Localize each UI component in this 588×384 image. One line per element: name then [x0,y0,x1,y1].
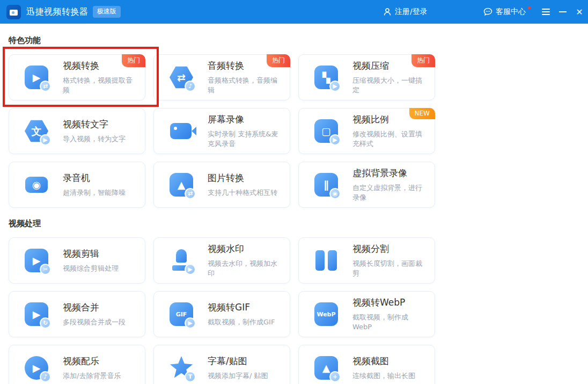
video-processing-grid: ▶ ✂ 视频剪辑 视频综合剪辑处理 ▶ 视频水印 视频去水印，视频加水印 视频分… [9,237,579,384]
card-subtitle: 添加/去除背景音乐 [63,371,121,381]
video-compress-icon: ▚ ▶ [313,64,339,90]
hamburger-menu-icon[interactable] [540,0,552,24]
section-title-featured: 特色功能 [9,24,579,46]
login-label: 注册/登录 [395,7,428,17]
feature-card[interactable]: ▲ + 视频截图 连续截图，输出长图 [298,345,435,384]
screen-record-icon [168,118,194,144]
feature-card[interactable]: 屏幕录像 实时录制 支持系统&麦克风录音 [153,108,290,154]
aspect-ratio-icon: ▢ ▶ [313,118,339,144]
icon-mini-badge: ✂ [40,264,51,275]
card-subtitle: 格式转换，视频提取音频 [63,76,137,95]
image-convert-icon: ▲ ⇄ [168,172,194,198]
voice-recorder-icon: ◉ [24,172,49,198]
app-logo-camera-icon [6,5,21,19]
card-subtitle: 修改视频比例、设置填充样式 [352,129,427,148]
card-title: 视频合并 [63,301,126,314]
feature-card[interactable]: ▶ ↻ 视频合并 多段视频合并成一段 [9,291,145,337]
card-title: 视频配乐 [63,355,121,367]
feature-card[interactable]: T 字幕/贴图 视频添加字幕/ 贴图 [153,345,290,384]
video-to-gif-icon: GIF ▶ [168,301,194,327]
icon-mini-badge: ◉ [329,188,341,199]
video-music-icon: ▶ ♪ [24,355,49,381]
card-subtitle: 多段视频合并成一段 [63,317,126,327]
video-screenshot-icon: ▲ + [313,355,339,381]
icon-mini-badge: ▶ [329,134,341,146]
card-subtitle: 视频长度切割，画面裁剪 [352,259,427,278]
icon-mini-badge: ♪ [185,81,196,92]
edition-badge: 极速版 [93,6,121,18]
card-subtitle: 视频综合剪辑处理 [63,264,119,273]
support-label: 客服中心 [496,7,526,17]
close-icon[interactable]: ✕ [573,0,586,24]
card-title: 视频剪辑 [63,248,119,260]
corner-badge: NEW [409,108,435,119]
feature-card[interactable]: ∥ ◉ 虚拟背景录像 自定义虚拟背景，进行录像 [298,162,435,208]
feature-card[interactable]: ▶ ✂ 视频剪辑 视频综合剪辑处理 [9,237,145,284]
feature-card[interactable]: ⇄ ♪ 音频转换 音频格式转换，音频编辑 热门 [153,54,290,100]
card-title: 视频截图 [352,355,415,367]
card-title: 视频水印 [208,243,282,255]
card-title: 字幕/贴图 [208,355,268,367]
card-title: 图片转换 [208,172,277,184]
icon-mini-badge: + [329,371,341,382]
video-watermark-icon: ▶ [168,248,194,273]
corner-badge: 热门 [411,54,435,67]
video-to-webp-icon: WebP [313,301,339,327]
app-title: 迅捷视频转换器 [26,6,89,18]
icon-mini-badge: ▶ [185,317,196,329]
support-center-button[interactable]: 客服中心 [483,0,531,24]
feature-card[interactable]: ▶ ⇄ 视频转换 格式转换，视频提取音频 热门 [9,54,145,100]
card-subtitle: 支持几十种格式相互转 [208,188,277,198]
card-subtitle: 超清录制，智能降噪 [63,188,126,198]
section-title-video-processing: 视频处理 [9,208,579,229]
card-title: 视频转WebP [352,296,427,309]
featured-grid: ▶ ⇄ 视频转换 格式转换，视频提取音频 热门 ⇄ ♪ 音频转换 音频格式转换，… [9,54,579,208]
feature-card[interactable]: ▲ ⇄ 图片转换 支持几十种格式相互转 [153,162,290,208]
card-subtitle: 连续截图，输出长图 [352,371,415,381]
card-subtitle: 压缩视频大小，一键搞定 [352,76,427,95]
icon-mini-badge: ▶ [40,134,51,146]
video-split-icon [313,248,339,273]
card-subtitle: 音频格式转换，音频编辑 [208,76,282,95]
feature-card[interactable]: WebP 视频转WebP 截取视频，制作成WebP [298,291,435,337]
icon-mini-badge: ⇄ [185,188,196,199]
card-subtitle: 实时录制 支持系统&麦克风录音 [208,129,282,148]
feature-card[interactable]: ◉ 录音机 超清录制，智能降噪 [9,162,145,208]
main-content: 特色功能 ▶ ⇄ 视频转换 格式转换，视频提取音频 热门 ⇄ ♪ 音频转换 音频… [0,24,588,384]
card-subtitle: 视频去水印，视频加水印 [208,259,282,278]
red-notification-dot [528,6,531,9]
icon-mini-badge: T [185,371,196,382]
feature-card[interactable]: 视频分割 视频长度切割，画面裁剪 [298,237,435,284]
user-icon [383,8,392,16]
card-subtitle: 导入视频，转为文字 [63,134,126,144]
card-title: 视频转GIF [208,301,275,314]
corner-badge: 热门 [122,54,145,67]
corner-badge: 热门 [267,54,290,67]
feature-card[interactable]: ▢ ▶ 视频比例 修改视频比例、设置填充样式 NEW [298,108,435,154]
video-to-text-icon: 文 ▶ [24,118,49,144]
login-button[interactable]: 注册/登录 [383,0,428,24]
card-title: 屏幕录像 [208,113,282,126]
card-title: 录音机 [63,172,126,184]
icon-mini-badge: ↻ [40,317,51,329]
icon-mini-badge: ▶ [185,264,196,275]
title-bar: 迅捷视频转换器 极速版 注册/登录 客服中心 ✕ [0,0,588,24]
video-convert-icon: ▶ ⇄ [24,64,49,90]
feature-card[interactable]: ▶ ♪ 视频配乐 添加/去除背景音乐 [9,345,145,384]
subtitle-sticker-icon: T [168,355,194,381]
icon-mini-badge: ▶ [329,81,341,92]
minimize-icon[interactable] [557,0,569,24]
card-subtitle: 截取视频，制作成WebP [352,313,427,331]
card-title: 虚拟背景录像 [352,167,427,179]
card-subtitle: 视频添加字幕/ 贴图 [208,371,268,381]
icon-mini-badge: ⇄ [40,81,51,92]
card-subtitle: 截取视频，制作成GIF [208,317,275,327]
feature-card[interactable]: GIF ▶ 视频转GIF 截取视频，制作成GIF [153,291,290,337]
feature-card[interactable]: 文 ▶ 视频转文字 导入视频，转为文字 [9,108,145,154]
feature-card[interactable]: ▶ 视频水印 视频去水印，视频加水印 [153,237,290,284]
virtual-background-record-icon: ∥ ◉ [313,172,339,198]
audio-convert-icon: ⇄ ♪ [168,64,194,90]
feature-card[interactable]: ▚ ▶ 视频压缩 压缩视频大小，一键搞定 热门 [298,54,435,100]
video-edit-icon: ▶ ✂ [24,248,49,273]
video-merge-icon: ▶ ↻ [24,301,49,327]
